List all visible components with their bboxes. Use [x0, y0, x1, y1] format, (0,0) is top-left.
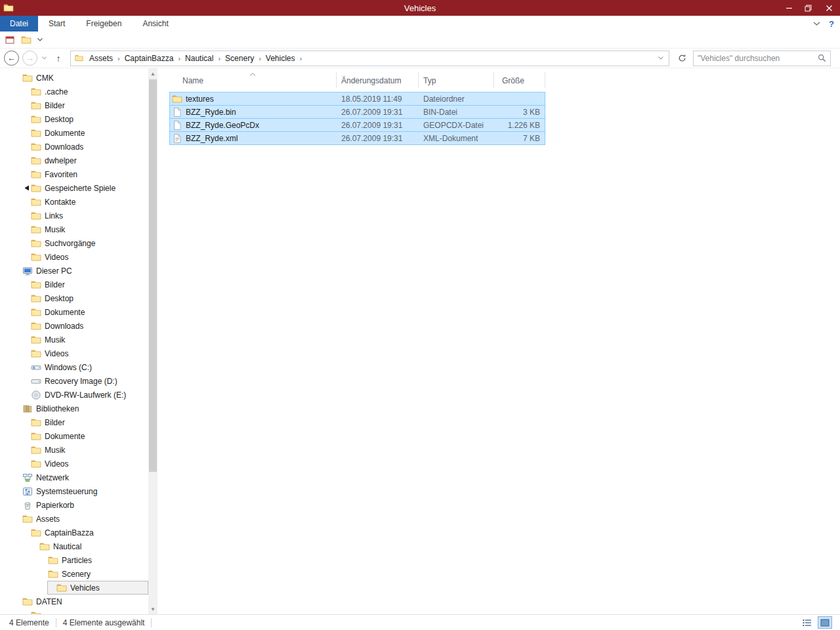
search-input[interactable]: [698, 54, 815, 63]
tree-item-suchvorg-nge[interactable]: Suchvorgänge: [0, 236, 148, 250]
tree-item-label: Nautical: [53, 542, 81, 551]
search-icon[interactable]: [818, 54, 826, 62]
scrollbar-thumb[interactable]: [149, 79, 157, 472]
tree-item-videos[interactable]: Videos: [0, 346, 148, 360]
file-row-textures[interactable]: textures18.05.2019 11:49Dateiordner: [169, 92, 545, 106]
tree-item-dieser-pc[interactable]: Dieser PC: [0, 264, 148, 278]
tree-scrollbar[interactable]: ▲ ▼: [148, 68, 158, 614]
tree-item-videos[interactable]: Videos: [0, 250, 148, 264]
tree-item-dokumente[interactable]: Dokumente: [0, 305, 148, 319]
breadcrumb-separator-icon[interactable]: ›: [177, 54, 182, 62]
expand-ribbon-icon[interactable]: [813, 19, 820, 28]
tree-item-scenery[interactable]: Scenery: [0, 567, 148, 581]
minimize-button[interactable]: [780, 0, 799, 16]
tree-item-label: Bilder: [45, 101, 65, 110]
tree-item-links[interactable]: Links: [0, 209, 148, 222]
breadcrumb-segment-vehicles[interactable]: Vehicles: [262, 54, 299, 63]
details-view-button[interactable]: [800, 616, 814, 629]
address-dropdown-icon[interactable]: [653, 56, 669, 60]
tree-item-bilder[interactable]: Bilder: [0, 98, 148, 112]
tab-ansicht[interactable]: Ansicht: [132, 16, 178, 32]
tree-item-content: Bilder: [22, 98, 148, 112]
scroll-up-icon[interactable]: ▲: [148, 68, 158, 79]
app-icon[interactable]: [3, 3, 14, 13]
tree-item-musik[interactable]: Musik: [0, 333, 148, 346]
titlebar[interactable]: Vehicles: [0, 0, 840, 16]
tree-item-cache[interactable]: .cache: [0, 85, 148, 98]
breadcrumb-segment-assets[interactable]: Assets: [86, 54, 116, 63]
file-row-bzz-ryde-xml[interactable]: BZZ_Ryde.xml26.07.2009 19:31XML-Dokument…: [169, 131, 545, 145]
tree-item-downloads[interactable]: Downloads: [0, 319, 148, 333]
back-button[interactable]: ←: [4, 51, 19, 66]
tree-item-vehicles[interactable]: Vehicles: [0, 581, 148, 595]
tree-item-bilder[interactable]: Bilder: [0, 278, 148, 291]
tree-item-bilder[interactable]: Bilder: [0, 415, 148, 429]
breadcrumb[interactable]: Assets›CaptainBazza›Nautical›Scenery›Veh…: [70, 51, 669, 66]
tree-item-desktop[interactable]: Desktop: [0, 291, 148, 305]
tree-item-content: Suchvorgänge: [22, 236, 148, 250]
tree-item-cmk[interactable]: CMK: [0, 71, 148, 85]
help-button[interactable]: ?: [829, 19, 834, 29]
breadcrumb-separator-icon[interactable]: ›: [257, 54, 262, 62]
new-folder-button[interactable]: [21, 35, 32, 45]
tree-item-systemsteuerung[interactable]: Systemsteuerung: [0, 484, 148, 498]
recent-locations-icon[interactable]: [41, 56, 48, 60]
breadcrumb-segment-nautical[interactable]: Nautical: [182, 54, 217, 63]
tree-item-musik[interactable]: Musik: [0, 443, 148, 457]
column-header-gr-e[interactable]: Größe: [494, 72, 545, 88]
tree-item-label: Assets: [36, 514, 60, 524]
tree-item-dvd-rw-laufwerk-e[interactable]: DVD-RW-Laufwerk (E:): [0, 388, 148, 402]
folder-icon: [31, 211, 41, 221]
tree-item-captainbazza[interactable]: CaptainBazza: [0, 526, 148, 539]
tab-start[interactable]: Start: [38, 16, 75, 32]
tree-item-musik[interactable]: Musik: [0, 222, 148, 236]
tree-expander-icon[interactable]: [22, 185, 31, 191]
tree-item-videos[interactable]: Videos: [0, 457, 148, 471]
column-headers: NameÄnderungsdatumTypGröße: [169, 72, 840, 88]
close-button[interactable]: [818, 0, 840, 16]
tree-item-recovery-image-d[interactable]: Recovery Image (D:): [0, 374, 148, 388]
tree-item-item[interactable]: [0, 608, 148, 614]
up-button[interactable]: ↑: [51, 53, 66, 64]
tree-item-dokumente[interactable]: Dokumente: [0, 126, 148, 140]
tree-item-kontakte[interactable]: Kontakte: [0, 195, 148, 209]
refresh-button[interactable]: [674, 51, 690, 66]
tree-item-nautical[interactable]: Nautical: [0, 539, 148, 553]
folder-icon: [31, 335, 41, 345]
tree-item-assets[interactable]: Assets: [0, 512, 148, 526]
file-row-bzz-ryde-geopcdx[interactable]: BZZ_Ryde.GeoPcDx26.07.2009 19:31GEOPCDX-…: [169, 118, 545, 132]
tree-item-dokumente[interactable]: Dokumente: [0, 429, 148, 443]
breadcrumb-separator-icon[interactable]: ›: [299, 54, 304, 62]
tree-item-dwhelper[interactable]: dwhelper: [0, 154, 148, 167]
folder-icon: [22, 597, 33, 607]
file-xml-icon: [172, 133, 182, 144]
file-row-bzz-ryde-bin[interactable]: BZZ_Ryde.bin26.07.2009 19:31BIN-Datei3 K…: [169, 105, 545, 119]
qat-customize-icon[interactable]: [37, 38, 43, 41]
tab-freigeben[interactable]: Freigeben: [75, 16, 132, 32]
breadcrumb-segment-scenery[interactable]: Scenery: [222, 54, 257, 63]
tree-item-content: DVD-RW-Laufwerk (E:): [22, 388, 148, 402]
tree-item-netzwerk[interactable]: Netzwerk: [0, 471, 148, 484]
quick-access-toolbar: [0, 32, 840, 49]
breadcrumb-separator-icon[interactable]: ›: [116, 54, 121, 62]
tree-item-desktop[interactable]: Desktop: [0, 112, 148, 126]
column-header-name[interactable]: Name: [169, 72, 337, 88]
tab-datei[interactable]: Datei: [0, 16, 38, 32]
tree-item-gespeicherte-spiele[interactable]: Gespeicherte Spiele: [0, 181, 148, 195]
column-header-typ[interactable]: Typ: [419, 72, 494, 88]
forward-button[interactable]: →: [22, 51, 37, 66]
tree-item-papierkorb[interactable]: Papierkorb: [0, 498, 148, 512]
tree-item-particles[interactable]: Particles: [0, 553, 148, 567]
breadcrumb-segment-captainbazza[interactable]: CaptainBazza: [121, 54, 177, 63]
column-header-nderungsdatum[interactable]: Änderungsdatum: [337, 72, 419, 88]
tree-item-favoriten[interactable]: Favoriten: [0, 167, 148, 181]
scroll-down-icon[interactable]: ▼: [148, 604, 158, 614]
tree-item-bibliotheken[interactable]: Bibliotheken: [0, 402, 148, 415]
icons-view-button[interactable]: [818, 616, 832, 629]
tree-item-downloads[interactable]: Downloads: [0, 140, 148, 154]
properties-button[interactable]: [5, 35, 15, 45]
tree-item-windows-c[interactable]: Windows (C:): [0, 360, 148, 374]
tree-item-daten[interactable]: DATEN: [0, 595, 148, 608]
restore-button[interactable]: [799, 0, 818, 16]
breadcrumb-separator-icon[interactable]: ›: [217, 54, 222, 62]
